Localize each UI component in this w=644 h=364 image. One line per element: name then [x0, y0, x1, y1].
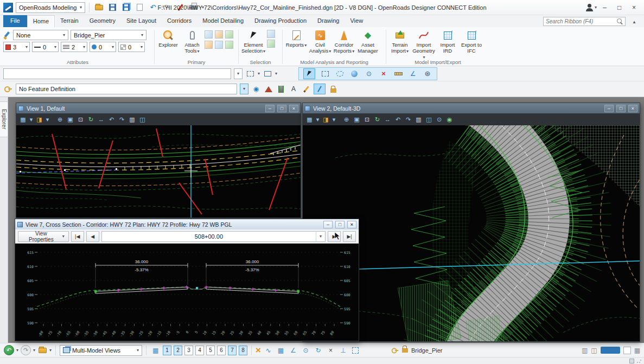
view7-minimize-button[interactable]: – — [323, 221, 333, 228]
view1-plan-canvas[interactable] — [16, 125, 301, 218]
auxiliary-coordinates-icon[interactable] — [225, 41, 233, 49]
snap-grid-icon[interactable]: ▦ — [276, 345, 286, 355]
attach-tools-button[interactable]: Attach Tools▾ — [181, 28, 203, 54]
lock-feature-icon[interactable] — [328, 84, 338, 94]
corridor-feature-icon[interactable] — [276, 84, 286, 94]
measure-distance-icon[interactable] — [393, 69, 403, 79]
view-attributes-icon[interactable]: ▦ — [19, 115, 27, 124]
view7-window[interactable]: View 7, Cross Section - Corridor: HWY 72… — [15, 219, 359, 341]
perpendicular-snap-icon[interactable]: ⊥ — [338, 345, 348, 355]
first-station-button[interactable]: |◀ — [71, 231, 84, 242]
tab-corridors[interactable]: Corridors — [162, 15, 197, 27]
rotate-view-icon[interactable]: ↻ — [87, 115, 95, 124]
view-toggle-6[interactable]: 6 — [217, 346, 226, 355]
view1-minimize-button[interactable]: – — [265, 105, 275, 112]
status-doc-icon[interactable]: ▦ — [634, 347, 640, 354]
level-manager-icon[interactable] — [225, 30, 233, 39]
view-toggle-7[interactable]: 7 — [228, 346, 237, 355]
view-previous-icon[interactable]: ↶ — [394, 115, 402, 124]
clip-volume-icon[interactable]: ◫ — [138, 115, 146, 124]
asset-manager-button[interactable]: ◆ Asset Manager — [356, 28, 379, 54]
ribbon-search-input[interactable] — [546, 18, 615, 24]
tab-drawing-production[interactable]: Drawing Production — [249, 15, 312, 27]
tab-view[interactable]: View — [345, 15, 368, 27]
key-in-history-button[interactable]: ▾ — [234, 68, 243, 79]
civil-analysis-button[interactable]: ∿ Civil Analysis▾ — [309, 28, 331, 54]
copy-view-icon[interactable]: ▥ — [128, 115, 136, 124]
view7-cross-section-canvas[interactable]: 615615610610605605600600595595590590-80-… — [15, 244, 359, 341]
match-feature-icon[interactable]: ◉ — [251, 84, 261, 94]
forward-button[interactable]: ↷ — [21, 345, 31, 355]
explorer-button[interactable]: Explorer — [157, 28, 180, 48]
tab-drawing[interactable]: Drawing — [312, 15, 345, 27]
accudraw-icon[interactable]: ∿ — [263, 345, 273, 355]
collapse-ribbon-button[interactable]: ▴ — [629, 17, 640, 26]
caret-down-icon[interactable]: ▾ — [46, 115, 49, 124]
tentative-snap-icon[interactable]: ⊙ — [301, 345, 311, 355]
terrain-import-button[interactable]: Terrain Import▾ — [388, 28, 411, 54]
tab-site-layout[interactable]: Site Layout — [121, 15, 162, 27]
caret-down-icon[interactable]: ▾ — [16, 348, 18, 353]
select-rectangle-icon[interactable] — [320, 69, 330, 79]
import-ird-button[interactable]: ↑ Import IRD — [436, 28, 459, 54]
caret-down-icon[interactable]: ▾ — [275, 72, 277, 76]
view-properties-button[interactable]: View Properties ▾ — [18, 231, 69, 242]
open-file-button[interactable] — [93, 2, 104, 13]
view-attributes-icon[interactable]: ▦ — [305, 115, 314, 124]
element-selection-active-button[interactable] — [303, 68, 315, 79]
references-icon[interactable] — [205, 41, 213, 49]
create-3d-toggle-button[interactable] — [314, 84, 326, 94]
line-style-combo[interactable]: 0 ▾ — [32, 42, 59, 52]
raster-manager-icon[interactable] — [215, 41, 223, 49]
caret-down-icon[interactable]: ▾ — [258, 72, 260, 76]
key-in-box[interactable] — [3, 68, 231, 79]
view2-minimize-button[interactable]: – — [604, 105, 614, 112]
view-toggle-5[interactable]: 5 — [206, 346, 215, 355]
workflow-selector[interactable]: OpenRoads Modeling ▾ — [16, 2, 85, 13]
compress-button[interactable] — [134, 2, 145, 13]
view1-titlebar[interactable]: View 1, Default – □ × — [16, 103, 301, 113]
window-restore-button[interactable]: □ — [613, 2, 626, 13]
station-combo[interactable]: 508+00.00 ▾ — [101, 231, 326, 242]
caret-down-icon[interactable]: ▾ — [33, 348, 35, 353]
terrain-feature-icon[interactable] — [264, 84, 273, 94]
view-group-combo[interactable]: Multi-Model Views ▾ — [60, 345, 142, 356]
settings-gear-icon[interactable]: ⊛ — [423, 69, 432, 79]
active-feature-combo[interactable]: Bridge_Pier ▾ — [71, 30, 146, 40]
view-toggle-8[interactable]: 8 — [239, 346, 247, 355]
snap-mode-icon[interactable] — [350, 345, 361, 355]
zoom-window-icon[interactable]: ▣ — [353, 115, 361, 124]
rotate-snap-icon[interactable]: ↻ — [313, 345, 323, 355]
export-ifc-button[interactable]: ↑ Export to IFC — [460, 28, 483, 54]
qat-more-caret-icon[interactable]: ▾ — [202, 5, 204, 10]
selection-set-icon[interactable]: ▥ — [582, 347, 588, 354]
back-button[interactable]: ↶ — [4, 345, 14, 355]
clear-selection-icon[interactable]: × — [379, 69, 388, 79]
display-style-icon[interactable]: ◨ — [322, 115, 330, 124]
annotation-icon[interactable]: A — [289, 84, 298, 94]
view2-restore-button[interactable]: □ — [616, 105, 626, 112]
element-selection-button[interactable]: Element Selection▾ — [241, 28, 266, 54]
line-weight-combo[interactable]: 2 ▾ — [61, 42, 87, 52]
view-toggle-1[interactable]: 1 — [163, 346, 171, 355]
view1-window[interactable]: View 1, Default – □ × ▦▾ ◨▾ ⊕ ▣ ⊡ ↻ ↔ ↶ … — [16, 103, 301, 218]
feature-definition-dropdown-button[interactable]: ▾ — [240, 84, 248, 94]
previous-station-button[interactable]: ◀ — [86, 231, 99, 242]
clear-fence-icon[interactable]: × — [256, 346, 261, 355]
rotate-view-icon[interactable]: ↻ — [373, 115, 381, 124]
view-previous-icon[interactable]: ↶ — [107, 115, 116, 124]
view1-close-button[interactable]: × — [289, 105, 298, 112]
undo-button[interactable]: ↶ — [148, 2, 158, 13]
view-toggle-3[interactable]: 3 — [184, 346, 193, 355]
fence-status-icon[interactable]: ◫ — [591, 347, 597, 354]
resize-grip[interactable] — [636, 358, 642, 363]
caret-down-icon[interactable]: ▾ — [29, 115, 33, 124]
element-class-combo[interactable]: 0 ▾ — [90, 42, 116, 52]
view7-titlebar[interactable]: View 7, Cross Section - Corridor: HWY 72… — [15, 219, 359, 229]
copy-view-icon[interactable]: ▥ — [415, 115, 423, 124]
measure-angle-icon[interactable]: ∠ — [408, 69, 418, 79]
view2-titlebar[interactable]: View 2, Default-3D – □ × — [303, 103, 640, 113]
caret-down-icon[interactable]: ▾ — [332, 115, 336, 124]
caret-down-icon[interactable]: ▾ — [316, 115, 320, 124]
fit-view-icon[interactable]: ⊡ — [363, 115, 371, 124]
